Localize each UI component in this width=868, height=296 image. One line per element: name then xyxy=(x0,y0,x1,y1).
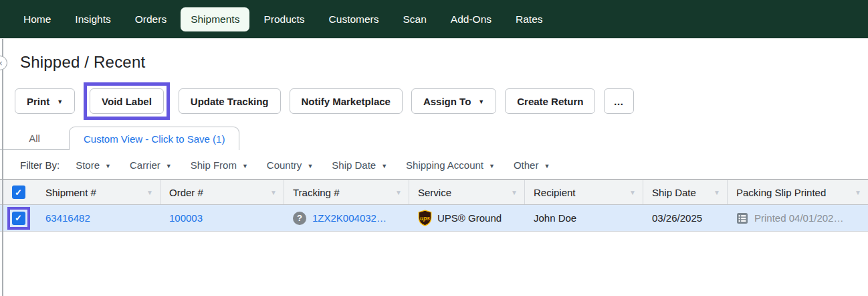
filter-ship-from[interactable]: Ship From ▼ xyxy=(191,159,248,171)
header-select-all-cell: ✓ xyxy=(0,180,37,204)
void-label-button[interactable]: Void Label xyxy=(90,88,164,114)
column-header-packing-slip[interactable]: Packing Slip Printed ▼ xyxy=(728,180,868,204)
nav-item-scan[interactable]: Scan xyxy=(393,7,437,31)
chevron-down-icon: ▼ xyxy=(105,163,111,169)
notify-marketplace-button-label: Notify Marketplace xyxy=(302,96,391,107)
highlight-box-void-label: Void Label xyxy=(84,82,170,120)
row-checkbox[interactable]: ✓ xyxy=(12,212,25,225)
close-icon: × xyxy=(0,59,3,68)
nav-item-shipments[interactable]: Shipments xyxy=(181,7,249,31)
table-row[interactable]: ✓ 63416482 100003 ? 1ZX2K004032… ups xyxy=(0,205,868,232)
nav-item-rates[interactable]: Rates xyxy=(506,7,553,31)
create-return-button-label: Create Return xyxy=(517,96,583,107)
ups-logo-icon: ups xyxy=(418,210,432,226)
shipments-table: ✓ Shipment # ▼ Order # ▼ Tracking # ▼ Se… xyxy=(0,179,868,232)
tracking-number-link[interactable]: 1ZX2K004032… xyxy=(312,212,387,224)
panel-divider xyxy=(2,39,3,296)
page-title: Shipped / Recent xyxy=(20,53,868,72)
filter-carrier-label: Carrier xyxy=(130,159,160,171)
filter-bar: Filter By: Store ▼ Carrier ▼ Ship From ▼… xyxy=(0,150,868,179)
filter-store[interactable]: Store ▼ xyxy=(76,159,111,171)
ship-date-value: 03/26/2025 xyxy=(652,212,702,224)
column-header-tracking-label: Tracking # xyxy=(293,187,339,198)
column-header-order[interactable]: Order # ▼ xyxy=(160,180,284,204)
recipient-name: John Doe xyxy=(534,212,576,224)
chevron-down-icon: ▼ xyxy=(166,163,172,169)
filter-ship-from-label: Ship From xyxy=(191,159,237,171)
recipient-cell: John Doe xyxy=(525,205,643,231)
select-all-checkbox[interactable]: ✓ xyxy=(12,186,25,199)
filter-store-label: Store xyxy=(76,159,100,171)
nav-item-home[interactable]: Home xyxy=(13,7,61,31)
chevron-down-icon: ▼ xyxy=(307,163,313,169)
top-nav: Home Insights Orders Shipments Products … xyxy=(0,0,868,38)
panel-collapse-button[interactable]: × xyxy=(0,56,7,70)
tab-all[interactable]: All xyxy=(0,127,69,150)
column-header-ship-date[interactable]: Ship Date ▼ xyxy=(643,180,728,204)
filter-by-label: Filter By: xyxy=(20,159,60,171)
update-tracking-button[interactable]: Update Tracking xyxy=(179,88,281,114)
sort-caret-icon[interactable]: ▼ xyxy=(146,189,153,196)
chevron-down-icon: ▼ xyxy=(489,163,495,169)
column-header-recipient[interactable]: Recipient ▼ xyxy=(525,180,643,204)
assign-to-button[interactable]: Assign To ▼ xyxy=(411,88,496,114)
print-button[interactable]: Print ▼ xyxy=(15,88,75,114)
filter-ship-date[interactable]: Ship Date ▼ xyxy=(332,159,387,171)
row-select-cell: ✓ xyxy=(0,205,37,231)
highlight-box-row-checkbox: ✓ xyxy=(7,207,30,230)
chevron-down-icon: ▼ xyxy=(242,163,248,169)
chevron-down-icon: ▼ xyxy=(478,98,484,105)
filter-country-label: Country xyxy=(267,159,302,171)
tracking-status-question-icon[interactable]: ? xyxy=(293,212,306,225)
sort-caret-icon[interactable]: ▼ xyxy=(270,189,277,196)
order-number-cell: 100003 xyxy=(160,205,284,231)
chevron-down-icon: ▼ xyxy=(57,98,63,105)
service-name: UPS® Ground xyxy=(437,212,502,224)
chevron-down-icon: ▼ xyxy=(381,163,387,169)
nav-item-customers[interactable]: Customers xyxy=(319,7,389,31)
service-cell: ups UPS® Ground xyxy=(409,205,525,231)
column-header-shipment-label: Shipment # xyxy=(45,187,96,198)
column-header-recipient-label: Recipient xyxy=(534,187,576,198)
order-number-link[interactable]: 100003 xyxy=(169,212,203,224)
sort-caret-icon[interactable]: ▼ xyxy=(629,189,636,196)
column-header-packing-slip-label: Packing Slip Printed xyxy=(736,187,826,198)
check-icon: ✓ xyxy=(15,213,22,223)
sort-caret-icon[interactable]: ▼ xyxy=(395,189,402,196)
sort-caret-icon[interactable]: ▼ xyxy=(714,189,720,196)
column-header-service[interactable]: Service ▼ xyxy=(409,180,525,204)
sort-caret-icon[interactable]: ▼ xyxy=(855,189,861,196)
assign-to-button-label: Assign To xyxy=(423,96,471,107)
notify-marketplace-button[interactable]: Notify Marketplace xyxy=(290,88,403,114)
tracking-cell: ? 1ZX2K004032… xyxy=(284,205,409,231)
update-tracking-button-label: Update Tracking xyxy=(191,96,269,107)
shipment-number-cell: 63416482 xyxy=(37,205,160,231)
create-return-button[interactable]: Create Return xyxy=(505,88,595,114)
nav-item-products[interactable]: Products xyxy=(253,7,314,31)
filter-shipping-account-label: Shipping Account xyxy=(406,159,483,171)
chevron-down-icon: ▼ xyxy=(544,163,550,169)
toolbar: Print ▼ Void Label Update Tracking Notif… xyxy=(15,82,868,120)
filter-country[interactable]: Country ▼ xyxy=(267,159,313,171)
packing-slip-status: Printed 04/01/202… xyxy=(754,212,843,224)
nav-item-addons[interactable]: Add-Ons xyxy=(441,7,502,31)
column-header-ship-date-label: Ship Date xyxy=(652,187,696,198)
nav-item-orders[interactable]: Orders xyxy=(125,7,177,31)
nav-item-insights[interactable]: Insights xyxy=(65,7,120,31)
ellipsis-icon: … xyxy=(613,96,625,107)
print-button-label: Print xyxy=(27,96,49,107)
column-header-shipment[interactable]: Shipment # ▼ xyxy=(37,180,160,204)
tab-custom-view[interactable]: Custom View - Click to Save (1) xyxy=(69,127,239,150)
packing-slip-icon xyxy=(736,212,748,224)
filter-carrier[interactable]: Carrier ▼ xyxy=(130,159,172,171)
column-header-order-label: Order # xyxy=(169,187,203,198)
column-header-tracking[interactable]: Tracking # ▼ xyxy=(284,180,409,204)
more-actions-button[interactable]: … xyxy=(604,88,634,114)
filter-other[interactable]: Other ▼ xyxy=(514,159,550,171)
svg-text:ups: ups xyxy=(420,215,430,222)
main-content: × Shipped / Recent Print ▼ Void Label Up… xyxy=(0,38,868,296)
sort-caret-icon[interactable]: ▼ xyxy=(511,189,518,196)
filter-other-label: Other xyxy=(514,159,539,171)
filter-shipping-account[interactable]: Shipping Account ▼ xyxy=(406,159,495,171)
shipment-number-link[interactable]: 63416482 xyxy=(45,212,90,224)
